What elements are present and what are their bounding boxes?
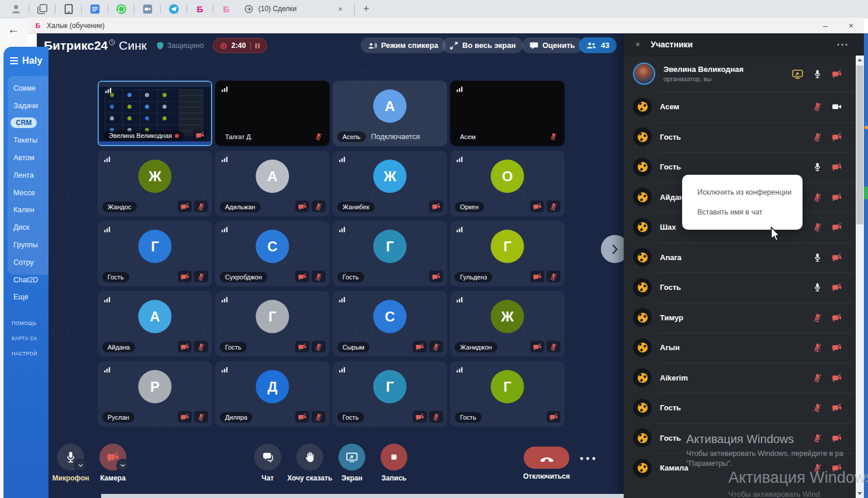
mic-off-toggle[interactable] — [812, 102, 822, 111]
participant-row[interactable]: Тимур — [624, 303, 856, 333]
rate-button[interactable]: Оценить — [522, 37, 583, 53]
sidebar-item-диск[interactable]: Диск — [4, 219, 49, 236]
mic-off-toggle[interactable] — [812, 343, 822, 352]
browser-tab[interactable]: (10) Сделки × — [237, 0, 350, 18]
close-button[interactable]: × — [838, 21, 864, 30]
cam-off-toggle[interactable] — [832, 313, 842, 322]
participant-row[interactable]: Эвелина Великоднаяорганизатор, вы — [624, 56, 856, 92]
sidebar-item-группы[interactable]: Группы — [4, 236, 49, 254]
mic-off-toggle[interactable] — [812, 223, 822, 231]
mic-off-toggle[interactable] — [812, 133, 822, 141]
video-tile[interactable]: ААсельПодключается — [333, 81, 447, 146]
toolbar-doc-icon[interactable] — [88, 2, 102, 16]
cam-off-toggle[interactable] — [832, 434, 842, 442]
video-tile[interactable]: РРуслан — [98, 361, 212, 427]
video-tile[interactable]: ГГость — [333, 221, 447, 286]
more-button[interactable] — [574, 448, 601, 468]
screen-button[interactable] — [338, 444, 365, 471]
participant-row[interactable]: Гость — [624, 423, 856, 454]
video-tile[interactable]: ДДиляра — [215, 361, 330, 427]
video-tile[interactable]: ЖЖандос — [98, 151, 212, 216]
participant-row[interactable]: Aikerim — [624, 363, 856, 393]
participant-row[interactable]: Агын — [624, 333, 856, 363]
video-tile[interactable]: ЖЖанибек — [333, 151, 447, 216]
record-button[interactable] — [381, 444, 407, 471]
sidebar-item-совме[interactable]: Совме — [4, 79, 49, 97]
mic-off-toggle[interactable] — [812, 193, 822, 202]
speaker-mode-button[interactable]: Режим спикера — [361, 37, 446, 53]
participants-count-button[interactable]: 43 — [579, 37, 617, 53]
cam-off-toggle[interactable] — [832, 133, 842, 141]
cam-off-toggle[interactable] — [832, 283, 842, 292]
screenshare-button[interactable] — [792, 69, 803, 79]
cam-off-toggle[interactable] — [832, 403, 842, 412]
video-tile[interactable]: Асем — [450, 81, 565, 146]
video-tile[interactable]: ГГульденз — [450, 221, 565, 286]
sidebar-item-тикеты[interactable]: Тикеты — [4, 132, 49, 149]
cam-off-toggle[interactable] — [832, 162, 842, 171]
sidebar-item-мессе[interactable]: Мессе — [4, 184, 49, 202]
toolbar-b-logo-icon[interactable]: Б — [193, 2, 207, 16]
minimize-button[interactable]: – — [812, 21, 838, 30]
mic-off-toggle[interactable] — [812, 374, 822, 382]
toolbar-whatsapp-icon[interactable] — [114, 2, 128, 16]
sidebar-item-chat2d[interactable]: Chat2D — [4, 271, 49, 289]
video-tile[interactable]: ААйдана — [98, 291, 212, 357]
cam-button[interactable] — [99, 444, 126, 471]
video-tile[interactable]: ООркен — [450, 151, 565, 216]
video-tile[interactable]: ЖЖаниджон — [450, 291, 565, 357]
back-button[interactable]: ← — [8, 23, 19, 35]
menu-icon[interactable] — [10, 57, 18, 64]
mic-off-toggle[interactable] — [812, 313, 822, 322]
video-tile[interactable]: ГГость — [98, 221, 212, 286]
cam-off-toggle[interactable] — [832, 374, 842, 382]
video-tile[interactable]: ГГость — [333, 361, 447, 427]
sidebar-item-еще[interactable]: Еще — [4, 289, 49, 306]
participant-row[interactable]: Гость — [624, 272, 856, 303]
sidebar-footer-item[interactable]: КАРТА СА — [4, 331, 49, 346]
scrollbar[interactable] — [856, 56, 864, 498]
hangup-button[interactable] — [524, 447, 569, 469]
video-tile[interactable]: ССухробджон — [215, 221, 330, 286]
context-menu-item[interactable]: Вставить имя в чат — [682, 202, 803, 222]
mic-off-toggle[interactable] — [812, 464, 822, 472]
chat-button[interactable] — [254, 444, 281, 471]
video-tile[interactable]: ГГость — [215, 291, 330, 357]
mic-on-toggle[interactable] — [812, 253, 822, 262]
new-tab-button[interactable]: + — [354, 3, 378, 15]
participant-row[interactable]: Асем — [624, 92, 856, 122]
video-tile[interactable]: Талгат Д. — [215, 81, 330, 146]
cam-off-toggle[interactable] — [832, 193, 842, 202]
cam-off-toggle[interactable] — [832, 70, 842, 78]
participant-row[interactable]: Камила — [624, 453, 856, 483]
sidebar-item-лента[interactable]: Лента — [4, 167, 49, 184]
mic-on-toggle[interactable] — [812, 283, 822, 292]
sidebar-footer-item[interactable]: ПОМОЩЬ — [4, 316, 49, 331]
video-tile[interactable]: ССырым — [333, 291, 447, 357]
mic-on-toggle[interactable] — [812, 162, 822, 171]
toolbar-profile-icon[interactable] — [9, 2, 23, 16]
toolbar-telegram-icon[interactable] — [167, 2, 181, 16]
cam-off-toggle[interactable] — [832, 253, 842, 262]
participant-row[interactable]: Гость — [624, 122, 856, 153]
sidebar-item-кален[interactable]: Кален — [4, 202, 49, 219]
chevron-down-icon[interactable] — [74, 459, 87, 472]
mic-button[interactable] — [57, 444, 84, 471]
participant-row[interactable]: Anara — [624, 243, 856, 273]
sidebar-footer-item[interactable]: НАСТРОЙ — [4, 346, 49, 361]
toolbar-tablet-icon[interactable] — [61, 2, 75, 16]
chevron-down-icon[interactable] — [116, 459, 129, 472]
sidebar-item-crm[interactable]: CRM — [4, 115, 49, 132]
context-menu-item[interactable]: Исключить из конференции — [682, 182, 803, 202]
panel-more-button[interactable] — [837, 43, 848, 46]
mic-on-toggle[interactable] — [812, 70, 822, 78]
mic-off-toggle[interactable] — [812, 434, 822, 442]
cam-on-toggle[interactable] — [832, 102, 842, 111]
video-tile[interactable]: ААдильжан — [215, 151, 330, 216]
scrollbar-thumb[interactable] — [856, 65, 863, 224]
sidebar-item-автом[interactable]: Автом — [4, 149, 49, 167]
fullscreen-button[interactable]: Во весь экран — [442, 37, 523, 53]
mic-off-toggle[interactable] — [812, 403, 822, 412]
tab-close-button[interactable]: × — [338, 5, 343, 13]
scroll-up-icon[interactable] — [856, 56, 864, 64]
